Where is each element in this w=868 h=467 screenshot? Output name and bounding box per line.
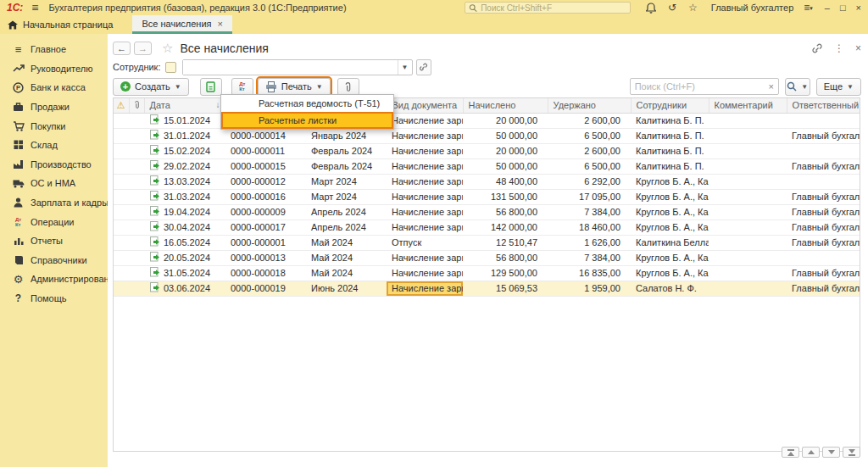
cell-comment[interactable] — [709, 128, 787, 143]
cell-comment[interactable] — [709, 113, 787, 128]
global-search-input[interactable] — [481, 3, 626, 13]
sidebar-item-otchety[interactable]: Отчеты — [0, 231, 108, 251]
cell-employees[interactable]: Калиткина Б. П. — [631, 128, 709, 143]
cell-accrued[interactable]: 142 000,00 — [463, 220, 548, 235]
sidebar-item-spravochniki[interactable]: Справочники — [0, 251, 108, 270]
cell-employees[interactable]: Круглов Б. А., Ка... — [631, 265, 709, 281]
cell-date[interactable]: 15.01.2024 — [144, 113, 225, 128]
table-row[interactable]: 30.04.20240000-000017Апрель 2024Начислен… — [114, 220, 860, 235]
cell-date[interactable]: 31.03.2024 — [144, 189, 225, 204]
table-row[interactable]: 15.02.20240000-000011Февраль 2024Начисле… — [114, 143, 860, 158]
cell-accrued[interactable]: 56 800,00 — [463, 250, 548, 265]
forward-button[interactable]: → — [134, 42, 152, 55]
cell-warning[interactable] — [114, 204, 129, 220]
cell-accrued[interactable]: 48 400,00 — [463, 174, 548, 189]
attachments-button[interactable] — [337, 78, 359, 96]
cell-warning[interactable] — [114, 128, 129, 143]
menu-item[interactable]: Расчетная ведомость (Т-51) — [221, 95, 393, 112]
cell-employees[interactable]: Калиткина Б. П. — [631, 143, 709, 158]
cell-number[interactable]: 0000-000018 — [225, 265, 306, 281]
table-row[interactable]: 29.02.20240000-000015Февраль 2024Начисле… — [114, 158, 860, 174]
cell-withheld[interactable]: 18 460,00 — [548, 220, 631, 235]
cell-doc-type[interactable]: Начисление зарп... — [387, 174, 463, 189]
table-row[interactable]: 16.05.20240000-000001Май 2024Отпуск12 51… — [114, 235, 860, 250]
cell-warning[interactable] — [114, 158, 129, 174]
show-postings-button[interactable]: ДтКт — [231, 78, 253, 96]
table-row[interactable]: 31.03.20240000-000016Март 2024Начисление… — [114, 189, 860, 204]
back-button[interactable]: ← — [113, 42, 131, 55]
sidebar-item-sklad[interactable]: Склад — [0, 136, 108, 155]
cell-withheld[interactable]: 1 959,00 — [548, 281, 631, 296]
cell-accrued[interactable]: 20 000,00 — [463, 143, 548, 158]
column-header[interactable]: Ответственный — [787, 98, 860, 113]
employee-combo-input[interactable] — [183, 60, 398, 75]
cell-attachment[interactable] — [129, 113, 144, 128]
cell-accrued[interactable]: 131 500,00 — [463, 189, 548, 204]
cell-month[interactable]: Февраль 2024 — [306, 158, 387, 174]
cell-warning[interactable] — [114, 174, 129, 189]
cell-employees[interactable]: Круглов Б. А., Ка... — [631, 189, 709, 204]
more-button[interactable]: Еще ▼ — [816, 78, 861, 96]
cell-warning[interactable] — [114, 143, 129, 158]
cell-withheld[interactable]: 1 626,00 — [548, 235, 631, 250]
cell-doc-type[interactable]: Отпуск — [387, 235, 463, 250]
minimize-button[interactable]: – — [825, 3, 830, 13]
tab-all-accruals[interactable]: Все начисления × — [132, 15, 232, 34]
table-row[interactable]: 13.03.20240000-000012Март 2024Начисление… — [114, 174, 860, 189]
cell-comment[interactable] — [709, 158, 787, 174]
cell-attachment[interactable] — [129, 220, 144, 235]
cell-warning[interactable] — [114, 235, 129, 250]
close-form-icon[interactable]: × — [855, 43, 861, 53]
cell-warning[interactable] — [114, 113, 129, 128]
cell-responsible[interactable]: Главный бухгалтер — [787, 265, 860, 281]
cell-responsible[interactable]: Главный бухгалтер — [787, 158, 860, 174]
cell-accrued[interactable]: 15 069,53 — [463, 281, 548, 296]
current-user[interactable]: Главный бухгалтер — [711, 3, 793, 13]
cell-comment[interactable] — [709, 235, 787, 250]
sidebar-item-administrirovanie[interactable]: ⚙Администрирование — [0, 270, 108, 289]
add-favorite-star-icon[interactable]: ☆ — [162, 41, 173, 56]
column-header[interactable]: Начислено — [463, 98, 548, 113]
cell-employees[interactable]: Калиткина Белла... — [631, 235, 709, 250]
table-row[interactable]: 20.05.20240000-000013Май 2024Начисление … — [114, 250, 860, 265]
cell-accrued[interactable]: 12 510,47 — [463, 235, 548, 250]
global-search[interactable] — [465, 2, 631, 14]
cell-doc-type[interactable]: Начисление зарп... — [387, 265, 463, 281]
cell-employees[interactable]: Калиткина Б. П. — [631, 158, 709, 174]
open-link-button[interactable] — [416, 59, 431, 75]
cell-number[interactable]: 0000-000011 — [225, 143, 306, 158]
column-header[interactable]: Вид документа — [387, 98, 463, 113]
cell-date[interactable]: 19.04.2024 — [144, 204, 225, 220]
cell-number[interactable]: 0000-000016 — [225, 189, 306, 204]
scroll-next-button[interactable] — [822, 447, 840, 458]
cell-month[interactable]: Март 2024 — [306, 189, 387, 204]
cell-responsible[interactable] — [787, 250, 860, 265]
cell-attachment[interactable] — [129, 250, 144, 265]
sidebar-item-os-i-nma[interactable]: ОС и НМА — [0, 174, 108, 193]
sidebar-item-prodazhi[interactable]: Продажи — [0, 97, 108, 117]
cell-date[interactable]: 31.01.2024 — [144, 128, 225, 143]
table-row[interactable]: 31.01.20240000-000014Январь 2024Начислен… — [114, 128, 860, 143]
cell-employees[interactable]: Круглов Б. А., Ка... — [631, 174, 709, 189]
maximize-button[interactable]: □ — [840, 3, 846, 13]
cell-comment[interactable] — [709, 220, 787, 235]
header-paperclip-icon[interactable] — [129, 98, 144, 113]
cell-employees[interactable]: Круглов Б. А., Ка... — [631, 204, 709, 220]
cell-accrued[interactable]: 129 500,00 — [463, 265, 548, 281]
cell-doc-type[interactable]: Начисление зарп... — [387, 143, 463, 158]
notifications-bell-icon[interactable] — [646, 3, 656, 14]
cell-number[interactable]: 0000-000019 — [225, 281, 306, 296]
cell-attachment[interactable] — [129, 204, 144, 220]
cell-attachment[interactable] — [129, 128, 144, 143]
cell-accrued[interactable]: 50 000,00 — [463, 128, 548, 143]
sidebar-item-operatsii[interactable]: ДтКтОперации — [0, 212, 108, 231]
chevron-down-icon[interactable]: ▼ — [398, 60, 412, 75]
cell-doc-type[interactable]: Начисление зарп... — [387, 113, 463, 128]
create-button[interactable]: + Создать ▼ — [113, 78, 189, 96]
cell-responsible[interactable]: Главный бухгалтер — [787, 128, 860, 143]
cell-date[interactable]: 15.02.2024 — [144, 143, 225, 158]
cell-withheld[interactable]: 2 600,00 — [548, 143, 631, 158]
cell-number[interactable]: 0000-000014 — [225, 128, 306, 143]
cell-warning[interactable] — [114, 281, 129, 296]
cell-attachment[interactable] — [129, 158, 144, 174]
